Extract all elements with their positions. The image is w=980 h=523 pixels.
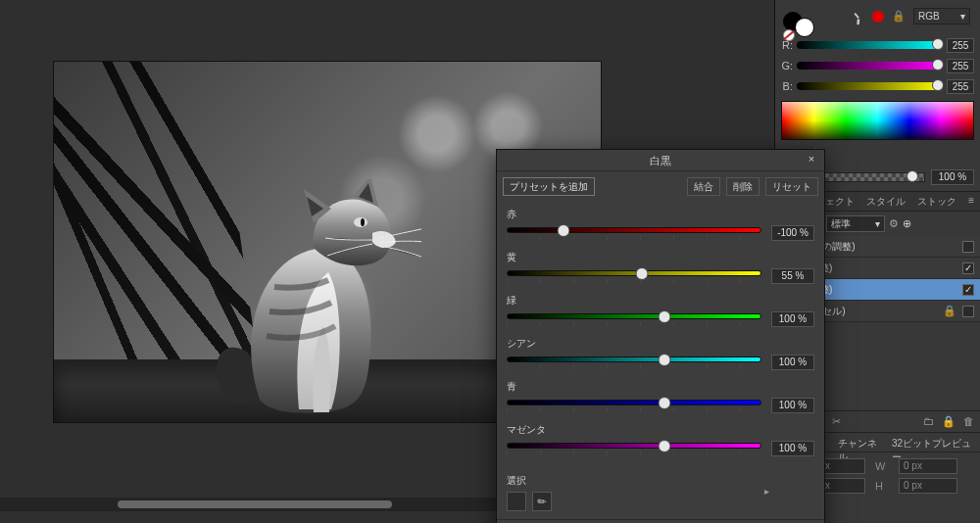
- slider-value[interactable]: 100 %: [771, 355, 814, 370]
- svg-rect-2: [855, 13, 859, 19]
- slider-handle[interactable]: [932, 38, 944, 50]
- h-label: H: [875, 480, 889, 492]
- channel-label: B:: [781, 80, 793, 92]
- bw-slider-黄: 黄55 %: [507, 251, 814, 284]
- cat-subject: [206, 179, 421, 423]
- picked-color-swatch[interactable]: [507, 492, 526, 511]
- visibility-checkbox[interactable]: [962, 284, 974, 296]
- tab-stock[interactable]: ストック: [911, 192, 962, 211]
- slider-value[interactable]: 100 %: [771, 441, 814, 456]
- more-icon[interactable]: ⊕: [903, 217, 911, 230]
- add-preset-button[interactable]: プリセットを追加: [503, 177, 595, 196]
- tab-32bit-preview[interactable]: 32ビットプレビュー: [888, 435, 976, 450]
- eyedropper-icon: ✎: [534, 494, 549, 509]
- slider-value[interactable]: 100 %: [771, 398, 814, 413]
- dialog-title[interactable]: 白黒 ×: [497, 150, 824, 171]
- slider-label: マゼンタ: [507, 423, 814, 437]
- color-picker-button[interactable]: ✎: [532, 492, 552, 511]
- black-and-white-dialog[interactable]: 白黒 × プリセットを追加 結合 削除 リセット 赤-100 %黄55 %緑10…: [496, 149, 825, 523]
- folder-icon[interactable]: 🗀: [923, 415, 934, 428]
- slider-ticks: [507, 321, 761, 326]
- visibility-checkbox[interactable]: [962, 306, 974, 317]
- slider-ticks: [507, 235, 761, 240]
- opacity-value[interactable]: 100 %: [931, 169, 974, 185]
- reset-button[interactable]: リセット: [765, 177, 818, 196]
- gear-icon[interactable]: ⚙: [889, 217, 899, 230]
- channel-label: G:: [781, 60, 793, 71]
- recent-color-swatch[interactable]: [872, 11, 884, 23]
- slider-ticks: [507, 278, 761, 283]
- slider-value[interactable]: 100 %: [771, 311, 814, 327]
- svg-point-1: [361, 218, 365, 226]
- slider-handle[interactable]: [932, 79, 944, 91]
- bw-slider-シアン: シアン100 %: [507, 337, 814, 370]
- opacity-slider-handle[interactable]: [906, 170, 918, 182]
- slider-label: 赤: [507, 208, 814, 221]
- tab-styles[interactable]: スタイル: [860, 192, 911, 211]
- channel-value[interactable]: 255: [947, 59, 974, 73]
- merge-button[interactable]: 結合: [687, 177, 720, 196]
- lock-icon: 🔒: [892, 10, 906, 23]
- delete-button[interactable]: 削除: [726, 177, 760, 196]
- w-field[interactable]: 0 px: [899, 458, 957, 474]
- trash-icon[interactable]: 🗑: [963, 415, 974, 428]
- bw-slider-マゼンタ: マゼンタ100 %: [507, 423, 814, 456]
- channel-slider[interactable]: [797, 82, 943, 90]
- channel-slider[interactable]: [797, 41, 943, 49]
- bw-slider-赤: 赤-100 %: [507, 208, 814, 241]
- lock-icon: 🔒: [943, 305, 956, 317]
- slider-value[interactable]: 55 %: [771, 268, 814, 284]
- slider-ticks: [507, 407, 761, 412]
- tab-channels[interactable]: チャンネル: [834, 435, 886, 450]
- channel-slider[interactable]: [797, 62, 943, 70]
- bw-slider-緑: 緑100 %: [507, 294, 814, 327]
- slider-label: 黄: [507, 251, 814, 264]
- slider-handle[interactable]: [932, 59, 944, 71]
- close-icon[interactable]: ×: [805, 153, 818, 166]
- channel-value[interactable]: 255: [947, 79, 974, 94]
- eyedropper-icon[interactable]: [848, 7, 867, 26]
- layer-blend-select[interactable]: 標準▾: [826, 215, 885, 232]
- visibility-checkbox[interactable]: [962, 262, 974, 274]
- scroll-right-icon[interactable]: ▸: [764, 486, 769, 497]
- slider-track[interactable]: [507, 400, 761, 405]
- slider-label: シアン: [507, 337, 814, 351]
- channel-value[interactable]: 255: [947, 38, 974, 53]
- scrollbar-thumb[interactable]: [118, 500, 392, 508]
- h-field[interactable]: 0 px: [899, 478, 957, 494]
- slider-track[interactable]: [507, 357, 761, 362]
- w-label: W: [875, 460, 889, 472]
- slider-value[interactable]: -100 %: [771, 225, 814, 241]
- slider-track[interactable]: [507, 270, 761, 276]
- foreground-background-swatches[interactable]: 🔒 RGB▾: [781, 6, 974, 33]
- color-mode-select[interactable]: RGB▾: [913, 8, 970, 24]
- slider-ticks: [507, 364, 761, 369]
- no-color-icon[interactable]: [783, 29, 795, 41]
- background-swatch[interactable]: [795, 18, 814, 37]
- hue-saturation-picker[interactable]: [781, 101, 974, 140]
- lock-layer-icon[interactable]: 🔒: [942, 415, 956, 428]
- slider-label: 緑: [507, 294, 814, 308]
- panel-menu-icon[interactable]: ≡: [962, 192, 980, 211]
- visibility-checkbox[interactable]: [962, 241, 974, 253]
- slider-track[interactable]: [507, 443, 761, 449]
- bw-slider-青: 青100 %: [507, 380, 814, 413]
- slider-track[interactable]: [507, 227, 761, 233]
- slider-ticks: [507, 451, 761, 455]
- slider-label: 青: [507, 380, 814, 394]
- slider-track[interactable]: [507, 313, 761, 319]
- crop-icon[interactable]: ✂: [832, 415, 841, 428]
